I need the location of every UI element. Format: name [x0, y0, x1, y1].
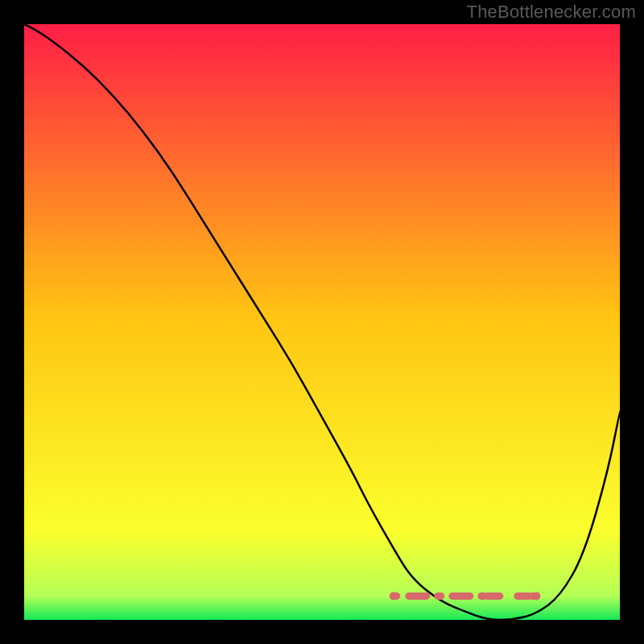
svg-point-3 [532, 592, 540, 600]
watermark-text: TheBottlenecker.com [467, 2, 636, 23]
flat-region-marker [390, 592, 541, 600]
chart-stage: TheBottlenecker.com [0, 0, 644, 644]
chart-gradient-background [24, 24, 620, 620]
svg-point-2 [390, 592, 398, 600]
chart-svg [0, 0, 644, 644]
